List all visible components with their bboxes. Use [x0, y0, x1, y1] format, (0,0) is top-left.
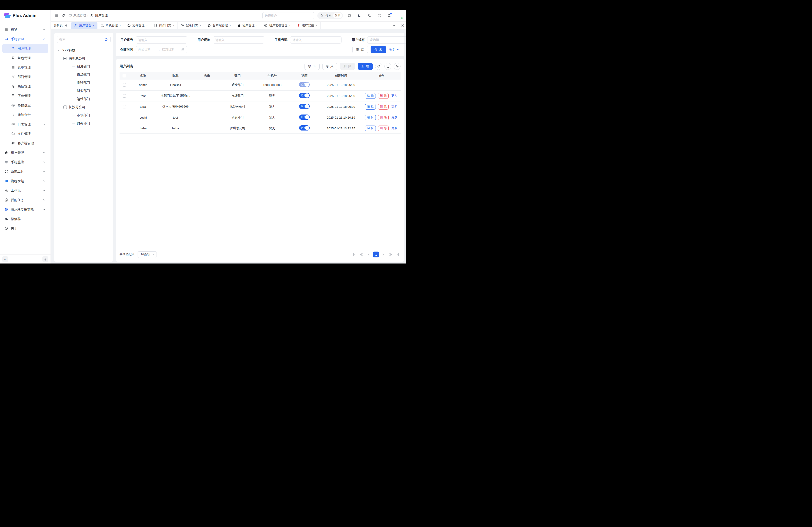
close-icon[interactable]: × [256, 24, 258, 27]
tab-tenant-package-mgmt[interactable]: 租户套餐管理 × [261, 21, 294, 29]
last-page-button[interactable] [395, 252, 401, 257]
edit-button[interactable]: 编 辑 [365, 93, 376, 99]
tenant-select-input[interactable] [262, 12, 314, 19]
dark-mode-button[interactable] [356, 12, 363, 19]
more-button[interactable]: 更多 [391, 93, 398, 99]
export-button[interactable]: 导 出 [304, 63, 320, 70]
sidebar-item-system-mgmt[interactable]: 系统管理 [2, 34, 48, 44]
status-select[interactable]: 请选择 [367, 36, 406, 44]
row-checkbox[interactable] [123, 127, 126, 130]
breadcrumb-user-mgmt[interactable]: 用户管理 [90, 14, 107, 18]
page-size-select[interactable]: 10条/页 [137, 251, 157, 258]
tree-node-shenzhen-hq[interactable]: 深圳总公司 [63, 54, 111, 62]
close-icon[interactable]: × [229, 24, 231, 27]
sidebar-item-wechat-group[interactable]: 微信群 [2, 214, 48, 223]
sidebar-pin-button[interactable] [42, 256, 48, 262]
status-toggle[interactable]: 启用 [299, 115, 310, 120]
language-button[interactable] [366, 12, 373, 19]
sidebar-item-process-start[interactable]: 流程发起 [2, 177, 48, 185]
page-number-1[interactable]: 1 [373, 252, 379, 257]
sidebar-toggle-button[interactable] [55, 14, 58, 17]
row-checkbox[interactable] [123, 116, 126, 119]
content-fullscreen-button[interactable] [398, 21, 406, 29]
sidebar-item-dept-mgmt[interactable]: 部门管理 [2, 72, 48, 81]
more-button[interactable]: 更多 [391, 115, 398, 120]
sidebar-item-user-mgmt[interactable]: 用户管理 [2, 44, 48, 53]
tab-operation-log[interactable]: 操作日志 × [151, 21, 178, 29]
sidebar-item-tenant-mgmt[interactable]: 租户管理 [2, 148, 48, 157]
sidebar-item-system-monitor[interactable]: 系统监控 [2, 157, 48, 167]
close-icon[interactable]: × [173, 24, 175, 27]
sidebar-item-dict-mgmt[interactable]: 字典管理 [2, 91, 48, 100]
status-toggle[interactable]: 启用 [299, 93, 310, 98]
row-checkbox[interactable] [123, 83, 126, 87]
reset-button[interactable]: 重 置 [352, 46, 368, 53]
sidebar-item-my-tasks[interactable]: 我的任务 [2, 195, 48, 205]
sidebar-item-post-mgmt[interactable]: 岗位管理 [2, 82, 48, 91]
sidebar-item-demo-features[interactable]: 演示站专用功能 [2, 205, 48, 214]
tree-node-market-dept2[interactable]: 市场部门 [72, 111, 111, 119]
delete-row-button[interactable]: 删 除 [378, 125, 389, 131]
tree-search-input[interactable] [57, 36, 102, 43]
tree-refresh-button[interactable] [102, 36, 110, 43]
tree-node-finance-dept[interactable]: 财务部门 [72, 87, 111, 95]
date-range-picker[interactable]: 开始日期 → 结束日期 [136, 46, 187, 53]
row-checkbox[interactable] [123, 94, 126, 97]
delete-button[interactable]: 删 除 [340, 63, 355, 70]
tree-node-company[interactable]: XXX科技 [57, 46, 111, 54]
prev-page-button[interactable] [366, 252, 372, 257]
first-page-button[interactable] [351, 252, 357, 257]
tab-user-mgmt[interactable]: 用户管理 × [71, 21, 98, 29]
notifications-button[interactable] [386, 12, 392, 19]
sidebar-item-file-mgmt[interactable]: 文件管理 [2, 129, 48, 138]
settings-button[interactable] [346, 12, 353, 19]
account-input[interactable] [136, 36, 187, 44]
user-avatar[interactable] [396, 12, 403, 19]
close-icon[interactable]: × [93, 24, 95, 27]
close-icon[interactable]: × [289, 24, 291, 27]
refresh-page-button[interactable] [61, 14, 65, 17]
tab-login-log[interactable]: 登录日志 × [178, 21, 205, 29]
import-button[interactable]: 导 入 [322, 63, 337, 70]
select-all-checkbox[interactable] [123, 74, 126, 77]
nickname-input[interactable] [213, 36, 264, 44]
sidebar-item-role-mgmt[interactable]: 角色管理 [2, 54, 48, 62]
collapse-square-icon[interactable] [63, 105, 67, 109]
tree-node-rd-dept[interactable]: 研发部门 [72, 62, 111, 71]
add-button[interactable]: 新 增 [358, 63, 373, 70]
table-fullscreen-button[interactable] [385, 63, 391, 70]
global-search-button[interactable]: 搜索 ⌘ K [317, 12, 343, 19]
tree-node-changsha-branch[interactable]: 长沙分公司 [63, 103, 111, 111]
more-button[interactable]: 更多 [391, 104, 398, 109]
table-refresh-button[interactable] [375, 63, 382, 70]
sidebar-item-menu-mgmt[interactable]: 菜单管理 [2, 63, 48, 72]
tab-client-mgmt[interactable]: 客户端管理 × [204, 21, 234, 29]
tabs-dropdown-button[interactable] [390, 21, 398, 29]
tab-role-mgmt[interactable]: 角色管理 × [98, 21, 124, 29]
sidebar-item-overview[interactable]: 概览 [2, 25, 48, 34]
tree-node-market-dept[interactable]: 市场部门 [72, 71, 111, 79]
close-icon[interactable]: × [146, 24, 148, 27]
row-checkbox[interactable] [123, 105, 126, 108]
collapse-square-icon[interactable] [57, 49, 60, 52]
tab-file-mgmt[interactable]: 文件管理 × [124, 21, 151, 29]
tree-node-finance-dept2[interactable]: 财务部门 [72, 119, 111, 127]
close-icon[interactable]: × [316, 24, 318, 27]
sidebar-collapse-button[interactable]: « [2, 256, 8, 262]
edit-button[interactable]: 编 辑 [365, 104, 376, 109]
tab-tenant-mgmt[interactable]: 租户管理 × [234, 21, 261, 29]
tree-node-test-dept[interactable]: 测试部门 [72, 79, 111, 87]
tab-analysis[interactable]: 分析页 [51, 21, 71, 29]
jump-forward-button[interactable] [388, 252, 393, 257]
sidebar-item-notice[interactable]: 通知公告 [2, 110, 48, 119]
collapse-square-icon[interactable] [63, 57, 67, 60]
sidebar-item-param-settings[interactable]: 参数设置 [2, 101, 48, 110]
sidebar-item-log-mgmt[interactable]: 日志管理 [2, 120, 48, 129]
close-icon[interactable]: × [200, 24, 201, 27]
breadcrumb-system-mgmt[interactable]: 系统管理 [68, 14, 86, 18]
app-logo[interactable]: Plus Admin [0, 10, 50, 21]
next-page-button[interactable] [380, 252, 386, 257]
tree-node-ops-dept[interactable]: 运维部门 [72, 95, 111, 103]
sidebar-item-client-mgmt[interactable]: 客户端管理 [2, 139, 48, 148]
edit-button[interactable]: 编 辑 [365, 115, 376, 120]
